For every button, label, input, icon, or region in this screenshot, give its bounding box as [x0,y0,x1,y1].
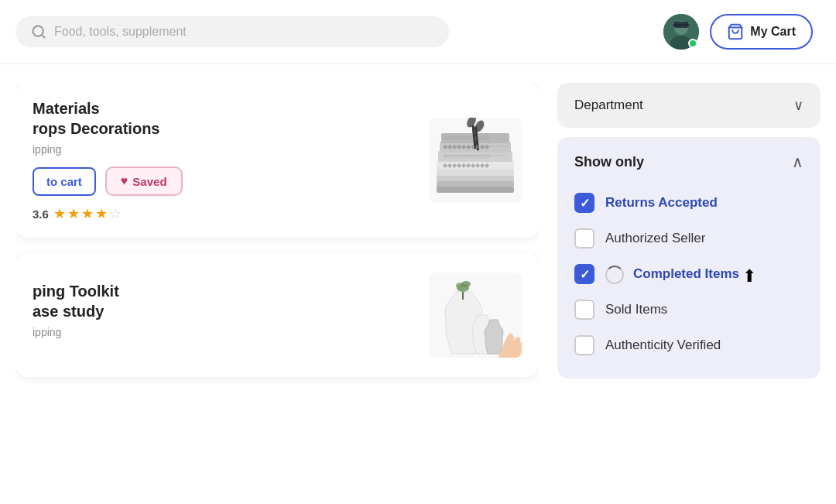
svg-line-1 [42,35,45,38]
star-4: ★ [95,205,108,222]
filter-label-authenticity: Authenticity Verified [605,338,721,353]
filter-item-sold[interactable]: Sold Items [574,292,803,327]
filter-label-returns: Returns Accepted [605,195,718,211]
checkbox-authenticity[interactable] [574,335,594,355]
checkbox-completed[interactable]: ✓ [574,264,594,284]
checkbox-authorized[interactable] [574,228,594,249]
main-content: Materials rops Decorations ipping to car… [0,64,836,504]
star-3: ★ [81,205,94,222]
product-shipping-2: ipping [33,326,413,338]
product-shipping-1: ipping [33,143,413,156]
svg-text:◇◇◇◇◇◇◇◇◇◇: ◇◇◇◇◇◇◇◇◇◇ [443,134,490,141]
show-only-header[interactable]: Show only ∧ [574,153,803,171]
loading-spinner [605,266,622,283]
chevron-up-icon: ∧ [792,153,803,171]
filter-item-authenticity[interactable]: Authenticity Verified [574,327,803,363]
product-image-2 [429,273,522,358]
heart-icon: ♥ [121,174,128,188]
checkbox-returns[interactable]: ✓ [574,193,594,213]
product-card-1: Materials rops Decorations ipping to car… [15,83,539,238]
svg-text:◆◆◆◆◆◆◆◆◆◆: ◆◆◆◆◆◆◆◆◆◆ [443,143,490,150]
svg-text:◇◇◇◇◇◇◇◇◇◇: ◇◇◇◇◇◇◇◇◇◇ [443,153,490,159]
header-right: My Cart [663,14,813,50]
stars-1: ★ ★ ★ ★ ☆ [53,205,122,222]
product-image-1: ◇◇◇◇◇◇◇◇◇◇ ◆◆◆◆◆◆◆◆◆◆ ◇◇◇◇◇◇◇◇◇◇ ◆◆◆◆◆◆◆… [429,118,522,203]
svg-rect-23 [437,176,514,182]
saved-button-1[interactable]: ♥ Saved [105,166,183,196]
checkmark-completed-icon: ✓ [580,267,590,282]
product-title-2: ping Toolkit ase study [33,281,413,321]
rating-value-1: 3.6 [33,207,49,221]
filter-label-sold: Sold Items [605,302,667,317]
svg-rect-22 [437,169,514,177]
cart-icon [727,23,744,40]
svg-text:◆◆◆◆◆◆◆◆◆◆: ◆◆◆◆◆◆◆◆◆◆ [443,162,490,169]
rating-row-1: 3.6 ★ ★ ★ ★ ☆ [33,205,413,222]
svg-rect-6 [673,24,690,26]
department-label: Department [574,98,643,113]
cursor-pointer: ⬆ [742,268,756,285]
search-bar[interactable]: Food, tools, supplement [15,16,449,47]
checkmark-icon: ✓ [580,196,590,211]
product-info-1: Materials rops Decorations ipping to car… [33,98,413,222]
product-info-2: ping Toolkit ase study ipping [33,281,413,349]
products-column: Materials rops Decorations ipping to car… [15,83,539,504]
filter-label-completed: Completed Items [633,266,739,282]
product-card-2: ping Toolkit ase study ipping [15,253,539,377]
search-icon [31,24,46,39]
product-actions-1: to cart ♥ Saved [33,166,413,196]
svg-point-28 [461,281,471,287]
online-indicator [688,39,697,48]
show-only-panel: Show only ∧ ✓ Returns Accepted Authorize… [557,137,821,379]
filter-item-authorized[interactable]: Authorized Seller [574,221,803,256]
filter-item-completed[interactable]: ✓ Completed Items ⬆ [574,256,803,292]
svg-rect-25 [437,187,514,193]
star-1: ★ [53,205,66,222]
add-to-cart-button-1[interactable]: to cart [33,167,96,196]
search-input[interactable]: Food, tools, supplement [54,25,433,39]
star-5: ☆ [109,205,122,222]
svg-rect-24 [437,181,514,187]
product-title-1: Materials rops Decorations [33,98,413,139]
checkbox-sold[interactable] [574,300,594,320]
header: Food, tools, supplement My Cart [0,0,836,64]
cart-button[interactable]: My Cart [710,14,813,50]
filters-column: Department ∨ Show only ∧ ✓ Returns Accep… [557,83,821,504]
filter-label-authorized: Authorized Seller [605,231,705,246]
star-2: ★ [67,205,80,222]
avatar[interactable] [663,14,699,50]
show-only-title: Show only [574,154,644,170]
cart-label: My Cart [750,25,796,39]
department-dropdown[interactable]: Department ∨ [557,83,821,128]
filter-item-returns[interactable]: ✓ Returns Accepted [574,185,803,221]
chevron-down-icon: ∨ [793,97,803,114]
